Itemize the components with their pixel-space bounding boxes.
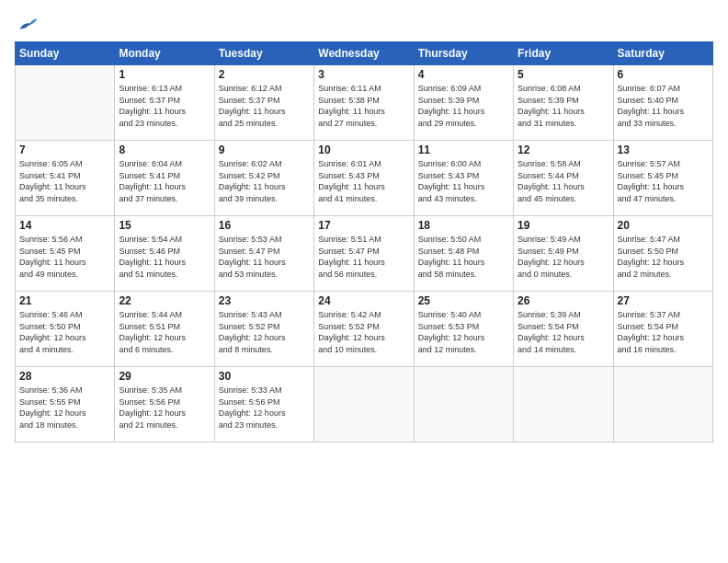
day-number: 14	[19, 219, 110, 232]
day-info: Sunrise: 5:44 AMSunset: 5:51 PMDaylight:…	[119, 309, 210, 355]
calendar-day: 18Sunrise: 5:50 AMSunset: 5:48 PMDayligh…	[414, 216, 513, 292]
calendar-day: 11Sunrise: 6:00 AMSunset: 5:43 PMDayligh…	[414, 141, 513, 216]
day-number: 20	[618, 219, 709, 232]
calendar-day: 1Sunrise: 6:13 AMSunset: 5:37 PMDaylight…	[115, 65, 214, 141]
day-info: Sunrise: 5:57 AMSunset: 5:45 PMDaylight:…	[618, 158, 709, 204]
calendar-header: SundayMondayTuesdayWednesdayThursdayFrid…	[16, 42, 713, 65]
day-info: Sunrise: 5:46 AMSunset: 5:50 PMDaylight:…	[19, 309, 110, 355]
day-number: 27	[618, 294, 709, 307]
calendar-week-4: 21Sunrise: 5:46 AMSunset: 5:50 PMDayligh…	[16, 292, 713, 367]
day-number: 16	[219, 219, 310, 232]
weekday-header-row: SundayMondayTuesdayWednesdayThursdayFrid…	[16, 42, 713, 65]
day-number: 2	[219, 68, 310, 81]
calendar-day: 28Sunrise: 5:36 AMSunset: 5:55 PMDayligh…	[16, 367, 115, 442]
day-number: 8	[119, 144, 210, 156]
calendar-day: 4Sunrise: 6:09 AMSunset: 5:39 PMDaylight…	[414, 65, 513, 141]
calendar-day: 5Sunrise: 6:08 AMSunset: 5:39 PMDaylight…	[514, 65, 613, 141]
day-number: 12	[518, 144, 609, 156]
weekday-header-friday: Friday	[514, 42, 613, 65]
weekday-header-saturday: Saturday	[613, 42, 712, 65]
day-info: Sunrise: 5:35 AMSunset: 5:56 PMDaylight:…	[119, 385, 210, 431]
day-number: 9	[219, 144, 310, 156]
logo-bird-icon	[17, 16, 39, 34]
calendar-day: 21Sunrise: 5:46 AMSunset: 5:50 PMDayligh…	[16, 292, 115, 367]
day-number: 26	[518, 294, 609, 307]
day-number: 11	[418, 144, 509, 156]
logo	[15, 15, 39, 34]
day-number: 7	[19, 144, 110, 156]
day-info: Sunrise: 5:49 AMSunset: 5:49 PMDaylight:…	[518, 234, 609, 280]
day-number: 21	[19, 294, 110, 307]
day-info: Sunrise: 5:50 AMSunset: 5:48 PMDaylight:…	[418, 234, 509, 280]
day-number: 24	[318, 294, 409, 307]
weekday-header-sunday: Sunday	[16, 42, 115, 65]
weekday-header-tuesday: Tuesday	[214, 42, 313, 65]
calendar-table: SundayMondayTuesdayWednesdayThursdayFrid…	[15, 41, 713, 442]
day-info: Sunrise: 6:01 AMSunset: 5:43 PMDaylight:…	[318, 158, 409, 204]
day-info: Sunrise: 5:47 AMSunset: 5:50 PMDaylight:…	[618, 234, 709, 280]
calendar-week-1: 1Sunrise: 6:13 AMSunset: 5:37 PMDaylight…	[16, 65, 713, 141]
page-header	[15, 15, 713, 34]
day-number: 22	[119, 294, 210, 307]
calendar-day	[414, 367, 513, 442]
day-info: Sunrise: 5:43 AMSunset: 5:52 PMDaylight:…	[219, 309, 310, 355]
day-number: 17	[318, 219, 409, 232]
calendar-day: 30Sunrise: 5:33 AMSunset: 5:56 PMDayligh…	[214, 367, 313, 442]
calendar-week-2: 7Sunrise: 6:05 AMSunset: 5:41 PMDaylight…	[16, 141, 713, 216]
day-info: Sunrise: 5:39 AMSunset: 5:54 PMDaylight:…	[518, 309, 609, 355]
weekday-header-wednesday: Wednesday	[314, 42, 414, 65]
day-number: 18	[418, 219, 509, 232]
day-info: Sunrise: 5:56 AMSunset: 5:45 PMDaylight:…	[19, 234, 110, 280]
calendar-day: 16Sunrise: 5:53 AMSunset: 5:47 PMDayligh…	[214, 216, 313, 292]
calendar-day: 29Sunrise: 5:35 AMSunset: 5:56 PMDayligh…	[115, 367, 214, 442]
day-info: Sunrise: 5:40 AMSunset: 5:53 PMDaylight:…	[418, 309, 509, 355]
day-info: Sunrise: 5:33 AMSunset: 5:56 PMDaylight:…	[219, 385, 310, 431]
day-info: Sunrise: 6:11 AMSunset: 5:38 PMDaylight:…	[318, 83, 409, 129]
calendar-day	[314, 367, 414, 442]
day-info: Sunrise: 5:58 AMSunset: 5:44 PMDaylight:…	[518, 158, 609, 204]
day-number: 10	[318, 144, 409, 156]
calendar-week-5: 28Sunrise: 5:36 AMSunset: 5:55 PMDayligh…	[16, 367, 713, 442]
calendar-day	[613, 367, 712, 442]
calendar-day: 17Sunrise: 5:51 AMSunset: 5:47 PMDayligh…	[314, 216, 414, 292]
calendar-day	[514, 367, 613, 442]
day-number: 13	[618, 144, 709, 156]
calendar-day: 3Sunrise: 6:11 AMSunset: 5:38 PMDaylight…	[314, 65, 414, 141]
weekday-header-thursday: Thursday	[414, 42, 513, 65]
day-number: 30	[219, 370, 310, 383]
day-info: Sunrise: 6:00 AMSunset: 5:43 PMDaylight:…	[418, 158, 509, 204]
calendar-body: 1Sunrise: 6:13 AMSunset: 5:37 PMDaylight…	[16, 65, 713, 442]
calendar-day: 13Sunrise: 5:57 AMSunset: 5:45 PMDayligh…	[613, 141, 712, 216]
day-info: Sunrise: 5:37 AMSunset: 5:54 PMDaylight:…	[618, 309, 709, 355]
day-info: Sunrise: 6:02 AMSunset: 5:42 PMDaylight:…	[219, 158, 310, 204]
day-info: Sunrise: 6:04 AMSunset: 5:41 PMDaylight:…	[119, 158, 210, 204]
calendar-day: 14Sunrise: 5:56 AMSunset: 5:45 PMDayligh…	[16, 216, 115, 292]
day-info: Sunrise: 5:54 AMSunset: 5:46 PMDaylight:…	[119, 234, 210, 280]
calendar-week-3: 14Sunrise: 5:56 AMSunset: 5:45 PMDayligh…	[16, 216, 713, 292]
day-number: 23	[219, 294, 310, 307]
calendar-day: 12Sunrise: 5:58 AMSunset: 5:44 PMDayligh…	[514, 141, 613, 216]
day-number: 15	[119, 219, 210, 232]
calendar-day: 9Sunrise: 6:02 AMSunset: 5:42 PMDaylight…	[214, 141, 313, 216]
day-info: Sunrise: 6:05 AMSunset: 5:41 PMDaylight:…	[19, 158, 110, 204]
calendar-day: 2Sunrise: 6:12 AMSunset: 5:37 PMDaylight…	[214, 65, 313, 141]
day-info: Sunrise: 5:42 AMSunset: 5:52 PMDaylight:…	[318, 309, 409, 355]
day-info: Sunrise: 5:36 AMSunset: 5:55 PMDaylight:…	[19, 385, 110, 431]
calendar-day: 26Sunrise: 5:39 AMSunset: 5:54 PMDayligh…	[514, 292, 613, 367]
calendar-day: 7Sunrise: 6:05 AMSunset: 5:41 PMDaylight…	[16, 141, 115, 216]
day-info: Sunrise: 6:13 AMSunset: 5:37 PMDaylight:…	[119, 83, 210, 129]
calendar-day: 27Sunrise: 5:37 AMSunset: 5:54 PMDayligh…	[613, 292, 712, 367]
calendar-day: 20Sunrise: 5:47 AMSunset: 5:50 PMDayligh…	[613, 216, 712, 292]
day-info: Sunrise: 6:12 AMSunset: 5:37 PMDaylight:…	[219, 83, 310, 129]
calendar-day: 25Sunrise: 5:40 AMSunset: 5:53 PMDayligh…	[414, 292, 513, 367]
day-number: 25	[418, 294, 509, 307]
calendar-day: 8Sunrise: 6:04 AMSunset: 5:41 PMDaylight…	[115, 141, 214, 216]
day-info: Sunrise: 6:08 AMSunset: 5:39 PMDaylight:…	[518, 83, 609, 129]
weekday-header-monday: Monday	[115, 42, 214, 65]
day-number: 28	[19, 370, 110, 383]
calendar-day: 24Sunrise: 5:42 AMSunset: 5:52 PMDayligh…	[314, 292, 414, 367]
day-number: 6	[618, 68, 709, 81]
calendar-day: 19Sunrise: 5:49 AMSunset: 5:49 PMDayligh…	[514, 216, 613, 292]
calendar-day	[16, 65, 115, 141]
calendar-day: 15Sunrise: 5:54 AMSunset: 5:46 PMDayligh…	[115, 216, 214, 292]
